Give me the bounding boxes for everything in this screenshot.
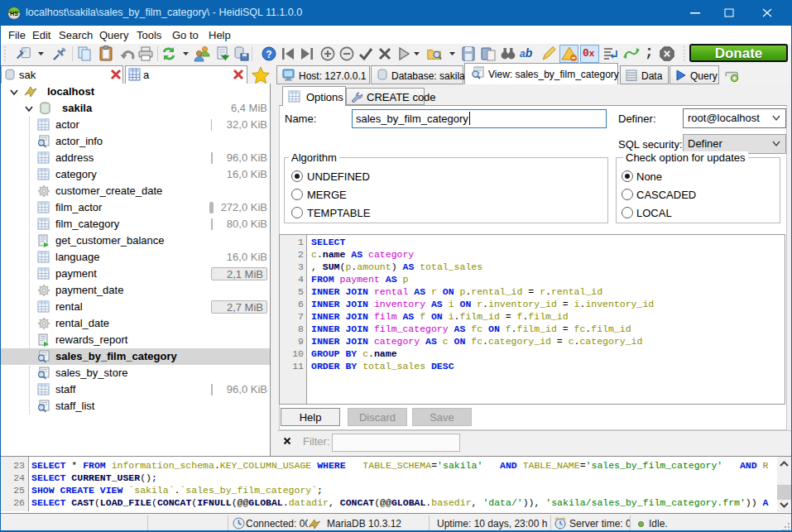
svg-text:?: ? [266,49,271,60]
svg-text:HS: HS [10,10,18,17]
